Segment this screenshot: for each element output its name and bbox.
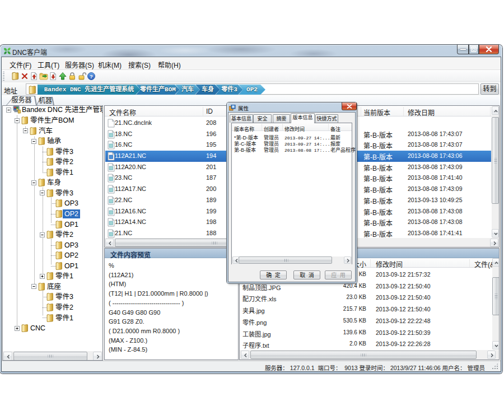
svg-text:?: ? bbox=[90, 73, 93, 80]
